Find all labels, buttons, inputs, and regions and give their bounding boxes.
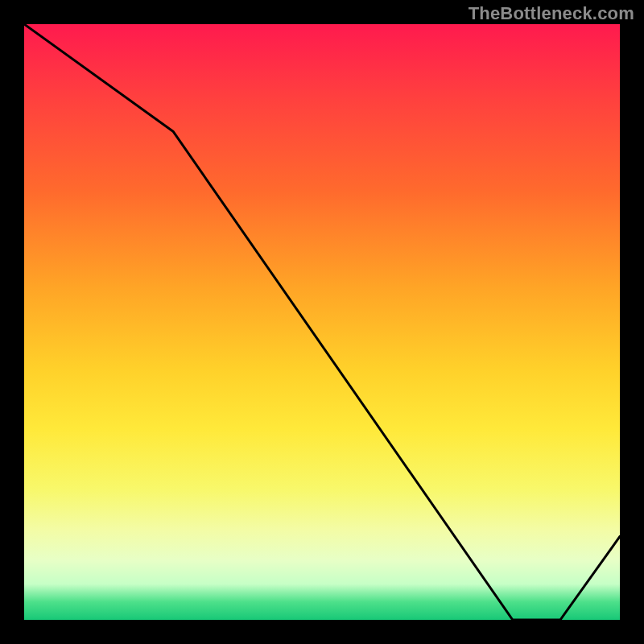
watermark-text: TheBottleneck.com <box>469 3 634 24</box>
line-chart-svg <box>24 24 620 620</box>
chart-line <box>24 24 620 620</box>
chart-frame: TheBottleneck.com <box>0 0 644 644</box>
plot-area <box>24 24 620 620</box>
